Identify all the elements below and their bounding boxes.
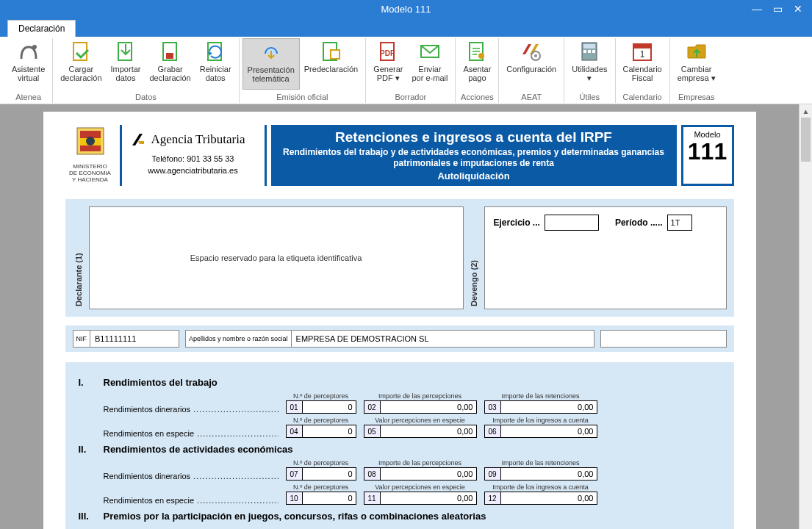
form-cell: N.º de perceptores10 [286,483,356,505]
ribbon-button[interactable]: Reiniciardatos [195,38,236,90]
ribbon-button[interactable]: PDFGenerarPDF ▾ [369,38,407,90]
cell-input-01[interactable] [303,401,356,413]
cell-caption: Valor percepciones en especie [375,417,464,424]
ribbon-group: Utilidades▾Útiles [564,38,615,103]
agencia-web: www.agenciatributaria.es [129,165,257,176]
form-cell: N.º de perceptores07 [286,459,356,481]
form-body: I.Rendimientos del trabajoRendimientos d… [65,362,734,529]
form-row: Rendimientos dinerariosN.º de perceptore… [104,459,721,481]
ribbon-icon [418,40,442,63]
form-cell: Importe de las percepciones08 [364,459,477,481]
ribbon-button[interactable]: Importardatos [107,38,145,90]
form-page: MINISTERIO DE ECONOMIA Y HACIENDA Agenci… [43,112,756,529]
form-cell: N.º de perceptores04 [286,417,356,438]
cell-caption: Importe de las retenciones [501,392,579,400]
cell-input-03[interactable] [501,401,597,413]
cell-caption: Importe de los ingresos a cuenta [492,483,589,491]
ejercicio-label: Ejercicio ... [494,217,540,228]
spain-crest-icon [73,125,108,160]
svg-rect-21 [633,44,651,48]
scroll-thumb[interactable] [801,118,811,162]
ribbon-button[interactable]: Predeclaración [300,38,362,90]
declarante-devengo-row: Declarante (1) Espacio reservado para la… [65,199,734,317]
ribbon-button[interactable]: Cambiarempresa ▾ [673,38,720,90]
extra-input[interactable] [601,331,726,347]
ribbon-button[interactable]: Asentarpago [459,38,495,90]
form-cell: Importe de las retenciones03 [484,392,597,414]
cell-number: 08 [364,468,381,480]
ribbon-button[interactable]: Presentacióntelemática [242,38,300,90]
cell-caption: Importe de los ingresos a cuenta [492,417,589,424]
svg-rect-18 [588,50,591,53]
ribbon-group: ConfiguraciónAEAT [499,38,564,103]
scroll-up-arrow[interactable]: ▲ [800,104,812,118]
modelo-box: Modelo 111 [681,125,734,186]
maximize-button[interactable]: ▭ [768,1,787,16]
ribbon-button[interactable]: Configuración [502,38,561,90]
titlebar: Modelo 111 — ▭ ✕ [0,0,812,18]
declarante-section-label: Declarante (1) [73,206,85,309]
minimize-button[interactable]: — [747,1,766,16]
ribbon-icon: 1 [630,40,654,63]
cell-number: 03 [485,401,501,413]
cell-number: 02 [364,401,381,413]
ribbon-group-label: Emisión oficial [276,93,328,103]
ribbon-button[interactable]: Enviarpor e-mail [408,38,453,90]
cell-number: 11 [364,492,381,504]
row-label: Rendimientos en especie [104,429,279,438]
svg-text:PDF: PDF [380,49,395,57]
agencia-logo-icon [129,131,147,148]
cell-caption: N.º de perceptores [293,417,348,424]
window-controls: — ▭ ✕ [747,0,812,18]
form-cell: Valor percepciones en especie05 [364,417,477,438]
ribbon-group-label: Borrador [395,93,426,103]
ribbon-button[interactable]: Cargardeclaración [56,38,106,90]
cell-number: 12 [485,492,501,504]
cell-input-06[interactable] [501,425,597,437]
ribbon-group-label: Empresas [678,93,715,103]
cell-input-10[interactable] [303,492,356,504]
ribbon-tabstrip: Declaración [0,18,812,37]
cell-number: 01 [287,401,303,413]
form-cell: Importe de los ingresos a cuenta12 [484,483,597,505]
vertical-scrollbar[interactable]: ▲ [799,104,812,529]
ribbon-button[interactable]: Asistentevirtual [7,38,49,90]
cell-input-12[interactable] [501,492,597,504]
ribbon-group-label: AEAT [521,93,542,103]
devengo-section-label: Devengo (2) [468,206,480,309]
tab-declaracion[interactable]: Declaración [7,20,76,37]
ribbon-group-label: Calendario [623,93,662,103]
cell-number: 05 [364,425,381,437]
ribbon-icon [259,40,283,64]
ribbon-icon [520,40,543,63]
svg-point-24 [86,137,95,145]
svg-rect-17 [583,50,586,53]
ribbon-icon [69,40,93,63]
ribbon-button[interactable]: Utilidades▾ [567,38,611,90]
ribbon-button[interactable]: Grabardeclaración [145,38,195,90]
form-cell: Importe de los ingresos a cuenta06 [484,417,597,438]
cell-input-09[interactable] [501,468,597,480]
close-button[interactable]: ✕ [788,1,808,16]
ribbon-group-label: Útiles [580,93,600,103]
cell-number: 07 [287,468,303,480]
svg-rect-7 [331,50,339,59]
nif-input[interactable] [90,331,179,347]
ribbon-button[interactable]: 1CalendarioFiscal [619,38,667,90]
periodo-input[interactable] [667,215,692,231]
cell-input-02[interactable] [381,401,476,413]
cell-input-04[interactable] [303,425,356,437]
ribbon-icon [159,40,182,63]
ribbon-icon [204,40,227,63]
cell-input-07[interactable] [303,468,356,480]
cell-input-08[interactable] [381,468,476,480]
ejercicio-input[interactable] [545,215,599,231]
form-subtitle: Rendimientos del trabajo y de actividade… [279,147,669,169]
cell-input-05[interactable] [381,425,476,437]
svg-text:1: 1 [640,49,645,60]
window-title: Modelo 111 [381,4,431,15]
ribbon-group: AsentarpagoAcciones [456,38,499,103]
cell-input-11[interactable] [381,492,476,504]
nombre-input[interactable] [292,331,511,347]
cell-number: 09 [485,468,501,480]
